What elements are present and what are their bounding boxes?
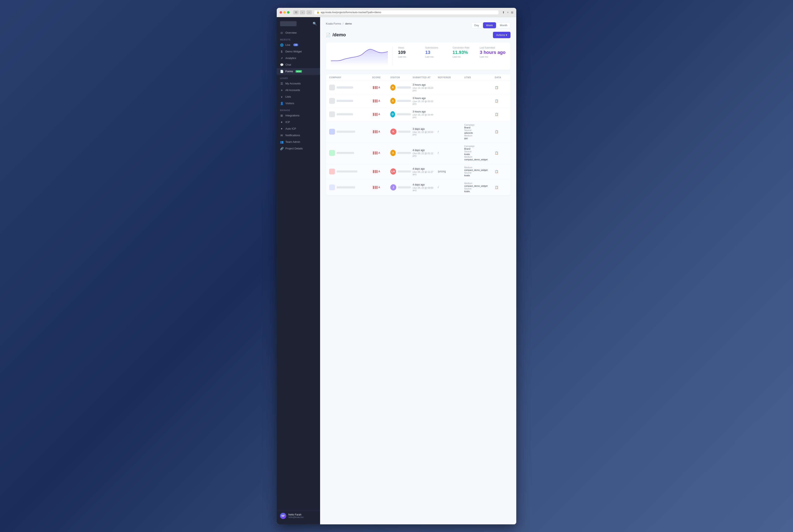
close-dot[interactable]: [280, 11, 282, 14]
search-button[interactable]: 🔍: [313, 22, 317, 25]
user-email: netto@koala.live: [288, 516, 317, 518]
company-cell: [329, 169, 370, 174]
data-icon[interactable]: 📋: [495, 99, 507, 102]
company-name: [337, 152, 354, 154]
forms-new-badge: NEW: [296, 70, 302, 73]
score-value: A: [378, 86, 380, 89]
utm-source-val: koala: [464, 174, 493, 177]
utm-source: Source: [464, 171, 493, 174]
new-tab-button[interactable]: ＋: [506, 11, 509, 14]
data-icon[interactable]: 📋: [495, 86, 507, 89]
views-value: 109: [398, 50, 419, 55]
submitted-detail: (Jun 13, 22 @ 03:23 pm): [412, 87, 436, 92]
score-value: A: [378, 151, 380, 154]
utms-cell: Medium compact_demo_widget Source koala: [464, 166, 493, 177]
lock-icon: 🔒: [317, 11, 319, 14]
sidebar-label-project-details: Project Details: [285, 147, 303, 150]
submitted-detail: (Jun 09, 22 @ 01:12 pm): [412, 152, 436, 157]
sidebar-item-project-details[interactable]: 🔗 Project Details: [277, 145, 320, 152]
utm-medium-val: ppc: [464, 137, 493, 139]
week-filter-button[interactable]: Week: [483, 22, 496, 28]
user-info: Netto Farah netto@koala.live: [288, 513, 317, 518]
company-cell: [329, 111, 370, 117]
submitted-main: 3 hours ago: [412, 97, 436, 100]
breadcrumb-current: demo: [345, 22, 352, 25]
sidebar-item-demo-widget[interactable]: $ Demo Widget: [277, 48, 320, 55]
company-name: [337, 170, 357, 172]
score-cell: ▐▐▐ A: [372, 186, 389, 189]
last-submitted-value: 3 hours ago: [480, 50, 505, 55]
score-bars-icon: ▐▐▐: [372, 113, 377, 116]
minimize-dot[interactable]: [283, 11, 286, 14]
score-value: A: [378, 186, 380, 189]
page-title: 📄 /demo: [326, 32, 346, 38]
company-logo: [329, 185, 335, 190]
sidebar-item-integrations[interactable]: ⊞ Integrations: [277, 112, 320, 119]
utm-source-val: koala: [464, 153, 493, 155]
submissions-value: 13: [425, 50, 446, 55]
page-title-icon: 📄: [326, 33, 330, 37]
sidebar-item-chat[interactable]: 💬 Chat: [277, 61, 320, 68]
submitted-main: 4 days ago: [412, 149, 436, 152]
data-icon[interactable]: 📋: [495, 151, 507, 155]
col-referer: REFFERER: [438, 76, 463, 79]
month-filter-button[interactable]: Month: [497, 22, 511, 28]
sidebar-item-notifications[interactable]: ✉ Notifications: [277, 132, 320, 139]
submitted-main: 3 hours ago: [412, 110, 436, 113]
sidebar-item-all-accounts[interactable]: ≡ All Accounts: [277, 87, 320, 94]
sidebar-item-forms[interactable]: 📄 Forms NEW: [277, 68, 320, 75]
score-bars-icon: ▐▐▐: [372, 170, 377, 173]
sidebar: 🔍 ⊙ Overview WEBSITE 🌐 Live 7A $ Demo Wi…: [277, 17, 320, 524]
submitted-main: 4 days ago: [412, 167, 436, 170]
score-cell: ▐▐▐ A: [372, 113, 389, 116]
sidebar-item-visitors[interactable]: 👤 Visitors: [277, 100, 320, 107]
sidebar-item-team-admin[interactable]: 👥 Team Admin: [277, 139, 320, 145]
sidebar-user: NF Netto Farah netto@koala.live: [277, 510, 320, 521]
integrations-icon: ⊞: [280, 114, 283, 117]
utm-campaign-val: Brand: [464, 148, 493, 150]
data-icon[interactable]: 📋: [495, 130, 507, 133]
grid-button[interactable]: ⊞: [511, 11, 513, 14]
metric-last-submitted: Last Submitted 3 hours ago Last mo.: [480, 46, 505, 66]
avatar-initials: NF: [281, 514, 285, 517]
address-bar[interactable]: 🔒 app.koala.live/projects/forms/auto-tra…: [314, 10, 499, 15]
user-name: Netto Farah: [288, 513, 317, 516]
data-icon[interactable]: 📋: [495, 113, 507, 116]
forms-icon: 📄: [280, 70, 283, 73]
sidebar-label-lists: Lists: [285, 95, 291, 98]
submitted-cell: 3 hours ago (Jun 13, 22 @ 03:23 pm): [412, 83, 436, 92]
visitor-name: [397, 152, 411, 154]
share-button[interactable]: ⬆: [502, 11, 505, 14]
forward-button[interactable]: ›: [307, 10, 312, 15]
sidebar-item-auto-icp[interactable]: ✦ Auto ICP: [277, 126, 320, 132]
data-icon[interactable]: 📋: [495, 170, 507, 173]
sidebar-item-overview[interactable]: ⊙ Overview: [277, 30, 320, 36]
actions-button[interactable]: Actions ▾: [493, 32, 511, 38]
sidebar-item-my-accounts[interactable]: ☰ My Accounts: [277, 80, 320, 87]
sidebar-toggle-button[interactable]: ⊟: [293, 10, 299, 15]
visitor-name: [397, 87, 411, 89]
back-button[interactable]: ‹: [300, 10, 305, 15]
breadcrumb-parent[interactable]: Koala Forms: [326, 22, 341, 25]
metric-views: Views 109 Last mo.: [398, 46, 419, 66]
utm-source-val: adwords: [464, 132, 493, 134]
day-filter-button[interactable]: Day: [471, 22, 482, 28]
company-name: [337, 131, 355, 133]
submitted-cell: 3 days ago (Jun 10, 22 @ 03:53 pm): [412, 128, 436, 136]
referer-cell: /: [438, 151, 463, 154]
sidebar-item-live[interactable]: 🌐 Live 7A: [277, 42, 320, 48]
browser-controls: ⊟ ‹ ›: [293, 10, 312, 15]
visitor-cell: LH: [390, 168, 411, 175]
logo: [280, 21, 297, 26]
sidebar-item-analytics[interactable]: ↗ Analytics: [277, 55, 320, 61]
data-icon[interactable]: 📋: [495, 186, 507, 189]
browser-actions: ⬆ ＋ ⊞: [502, 11, 513, 14]
main-content: Koala Forms / demo Day Week Month 📄 /dem…: [320, 17, 516, 524]
breadcrumb: Koala Forms / demo: [326, 22, 352, 25]
conversion-value: 11.93%: [453, 50, 473, 55]
sidebar-item-lists[interactable]: ∨ Lists: [277, 94, 320, 100]
sidebar-item-icp[interactable]: ✦ ICP: [277, 119, 320, 126]
fullscreen-dot[interactable]: [287, 11, 290, 14]
score-cell: ▐▐▐ A: [372, 86, 389, 89]
sidebar-logo-area: 🔍: [277, 20, 320, 30]
